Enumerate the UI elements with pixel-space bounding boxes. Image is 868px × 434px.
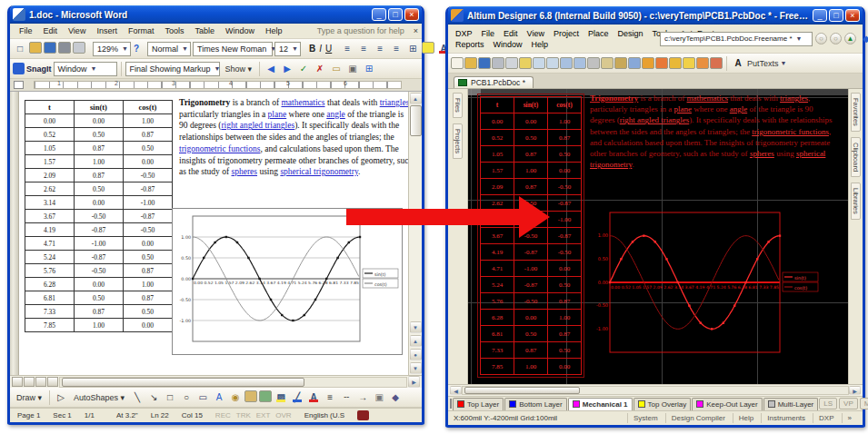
align-center-icon[interactable]: ≡ <box>356 42 371 55</box>
forward-icon[interactable]: ○ <box>830 33 842 44</box>
menu-item[interactable]: Window <box>220 25 260 36</box>
help-icon[interactable]: ? <box>133 42 140 55</box>
normal-view-button[interactable] <box>12 377 23 387</box>
line-color-icon[interactable]: ╱ <box>290 390 304 404</box>
string-icon[interactable] <box>683 57 695 69</box>
new-comment-icon[interactable]: ▭ <box>329 62 344 75</box>
arrow-style-icon[interactable]: → <box>355 390 370 404</box>
panel-tab[interactable]: Files <box>453 93 463 118</box>
menu-item[interactable]: Place <box>584 28 614 39</box>
save-icon[interactable] <box>44 42 56 54</box>
style-combo[interactable]: Normal▼ <box>147 42 191 56</box>
panel-button[interactable]: Instruments <box>761 413 811 423</box>
panel-tab[interactable]: Clipboard <box>851 137 861 177</box>
layer-tab[interactable]: Keep-Out Layer <box>692 398 762 410</box>
textbox-icon[interactable]: ▭ <box>195 390 210 404</box>
browse-obj-icon[interactable]: ● <box>410 349 422 360</box>
tab-selector[interactable] <box>14 81 24 89</box>
next-change-icon[interactable]: ▶ <box>280 62 294 75</box>
document-path-combo[interactable]: c:\veryTemp\PCB1.PcbDoc.Freename *▼ <box>660 32 813 46</box>
room-icon[interactable] <box>710 57 723 69</box>
menu-item[interactable]: Insert <box>91 25 123 36</box>
paste-icon[interactable] <box>614 57 627 69</box>
panel-tab[interactable]: Libraries <box>851 182 861 220</box>
hyperlink[interactable]: right angled triangles <box>620 115 689 124</box>
wire-icon[interactable] <box>642 57 654 69</box>
outline-view-button[interactable] <box>47 377 58 387</box>
layer-tab[interactable]: Mechanical 1 <box>568 398 633 410</box>
panel-button[interactable]: » <box>842 413 857 423</box>
layer-tab[interactable]: Top Overlay <box>634 398 692 410</box>
diagram-icon[interactable]: ◉ <box>228 390 243 404</box>
close-button[interactable]: × <box>845 9 860 22</box>
tables-borders-icon[interactable]: ⊞ <box>362 62 376 75</box>
accept-change-icon[interactable]: ✓ <box>296 62 311 75</box>
threed-icon[interactable]: ◆ <box>388 390 403 404</box>
line-icon[interactable]: ╲ <box>130 390 145 404</box>
hyperlink[interactable]: mathematics <box>687 94 728 103</box>
new-icon[interactable] <box>451 57 464 69</box>
web-view-button[interactable] <box>24 377 35 387</box>
maximize-button[interactable]: □ <box>829 9 843 22</box>
dash-style-icon[interactable]: ╌ <box>339 390 354 404</box>
fit-icon[interactable] <box>546 57 559 69</box>
home-icon[interactable]: ◆ <box>859 32 868 45</box>
move-icon[interactable] <box>574 57 586 69</box>
altium-horizontal-scrollbar[interactable]: ◀ ▶ <box>448 384 863 396</box>
panel-button[interactable]: System <box>627 413 663 423</box>
print-preview-icon[interactable] <box>73 42 85 54</box>
autoshapes-menu-button[interactable]: AutoShapes ▾ <box>70 393 128 402</box>
clipart-icon[interactable] <box>244 390 257 402</box>
layer-bar-button[interactable]: Mask Level <box>860 398 868 409</box>
menu-item[interactable]: File <box>14 25 38 36</box>
word-horizontal-scrollbar[interactable]: ▶ <box>10 375 422 388</box>
vertical-ruler[interactable] <box>10 92 19 375</box>
open-icon[interactable] <box>29 42 42 54</box>
panel-button[interactable]: Design Compiler <box>665 413 731 423</box>
bold-button[interactable]: B <box>308 42 316 55</box>
font-size-combo[interactable]: 12▼ <box>274 42 301 56</box>
prev-change-icon[interactable]: ◀ <box>264 62 278 75</box>
picture-icon[interactable] <box>259 390 272 402</box>
hyperlink[interactable]: spheres <box>750 149 774 158</box>
scroll-up-icon[interactable]: ▲ <box>410 93 422 104</box>
wordart-icon[interactable]: A <box>212 390 226 404</box>
current-layer-swatch[interactable] <box>450 399 452 409</box>
menu-item[interactable]: View <box>63 25 91 36</box>
print-view-button[interactable] <box>35 377 46 387</box>
align-right-icon[interactable]: ≡ <box>373 42 387 55</box>
draw-menu-button[interactable]: Draw ▾ <box>13 393 45 402</box>
menu-item[interactable]: Project <box>549 28 584 39</box>
font-combo[interactable]: Times New Roman▼ <box>193 42 273 56</box>
hyperlink[interactable]: triangles <box>780 94 808 103</box>
hyperlink[interactable]: plane <box>673 104 692 113</box>
via-icon[interactable] <box>669 57 682 69</box>
panel-button[interactable]: DXP <box>813 413 839 423</box>
menu-item[interactable]: DXP <box>451 28 477 39</box>
arrow-icon[interactable]: ↘ <box>146 390 161 404</box>
close-doc-icon[interactable]: × <box>414 26 418 35</box>
italic-button[interactable]: I <box>318 42 323 55</box>
fill-color-icon[interactable]: ▨ <box>274 390 288 404</box>
hscroll-right-icon[interactable]: ▶ <box>849 386 861 395</box>
cut-icon[interactable] <box>587 57 600 69</box>
numbering-icon[interactable]: ≡ <box>389 42 404 55</box>
layer-bar-button[interactable]: LS <box>819 398 837 409</box>
menu-item[interactable]: Design <box>613 28 647 39</box>
pcb-doc-tab[interactable]: PCB1.PcbDoc * <box>454 76 534 88</box>
menu-item[interactable]: Window <box>489 39 527 50</box>
copy-icon[interactable] <box>601 57 614 69</box>
menu-item[interactable]: Help <box>527 39 554 50</box>
scroll-thumb[interactable] <box>410 105 422 136</box>
menu-item[interactable]: Edit <box>499 28 523 39</box>
hyperlink[interactable]: plane <box>268 110 287 119</box>
layer-bar-button[interactable]: VP <box>839 398 858 409</box>
browse-next-icon[interactable]: ▼ <box>410 362 422 374</box>
menu-item[interactable]: Reports <box>451 39 489 50</box>
scroll-down-icon[interactable]: ▼ <box>410 321 422 333</box>
word-titlebar[interactable]: 1.doc - Microsoft Word _ □ × <box>10 5 422 24</box>
markup-combo[interactable]: Final Showing Markup▼ <box>125 62 220 76</box>
undo-icon[interactable] <box>628 57 641 69</box>
hyperlink[interactable]: mathematics <box>281 98 324 107</box>
hyperlink[interactable]: triangles <box>380 98 408 107</box>
